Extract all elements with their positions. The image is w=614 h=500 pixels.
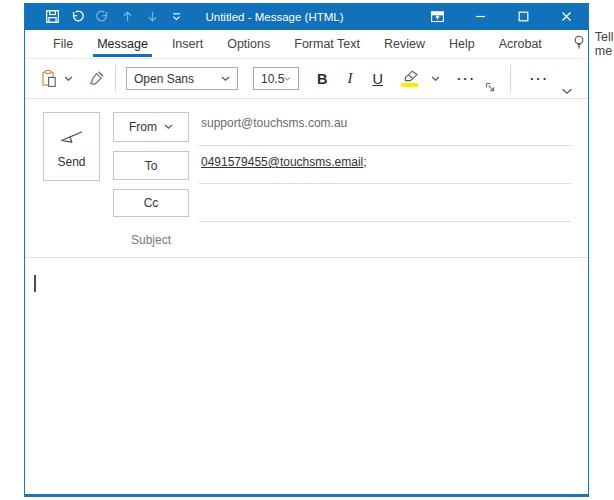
ribbon-separator <box>115 65 116 92</box>
arrow-down-icon[interactable] <box>145 9 160 24</box>
italic-button[interactable]: I <box>347 70 352 87</box>
tab-insert[interactable]: Insert <box>160 30 215 58</box>
paste-button[interactable] <box>40 69 58 88</box>
paste-dropdown-button[interactable] <box>64 76 73 82</box>
collapse-ribbon-button[interactable] <box>561 88 573 95</box>
text-cursor <box>34 275 36 292</box>
highlight-color-bar <box>401 83 418 87</box>
format-painter-icon <box>87 70 105 87</box>
close-icon <box>559 9 574 24</box>
undo-icon[interactable] <box>70 9 85 24</box>
ribbon: Open Sans 10.5 B I U ··· <box>25 59 588 99</box>
chevron-down-icon <box>164 124 173 130</box>
ribbon-separator <box>510 65 511 92</box>
to-field-line[interactable] <box>199 183 571 184</box>
tell-me-label: Tell me <box>595 30 614 58</box>
highlight-dropdown-button[interactable] <box>431 76 440 82</box>
compose-header: Send From To Cc Subject support@touchsms… <box>25 99 588 258</box>
format-painter-button[interactable] <box>87 70 105 87</box>
tab-acrobat[interactable]: Acrobat <box>487 30 554 58</box>
message-body[interactable] <box>25 258 588 494</box>
font-name-combo[interactable]: Open Sans <box>126 67 238 90</box>
more-font-commands-button[interactable]: ··· <box>457 71 476 86</box>
from-button-label: From <box>129 120 157 134</box>
tab-file[interactable]: File <box>41 30 85 58</box>
customize-quick-access-icon[interactable] <box>170 10 183 23</box>
more-commands-button[interactable]: ··· <box>530 71 549 86</box>
text-highlight-button[interactable] <box>401 70 419 87</box>
dialog-launcher-icon <box>485 82 496 93</box>
minimize-button[interactable] <box>459 3 502 30</box>
bold-button[interactable]: B <box>317 71 327 87</box>
ribbon-display-options-icon <box>430 10 445 24</box>
to-button-label: To <box>145 159 158 173</box>
to-button[interactable]: To <box>113 151 189 180</box>
from-button[interactable]: From <box>113 112 189 142</box>
chevron-down-icon <box>431 76 440 82</box>
highlighter-icon <box>401 70 419 82</box>
send-button-label: Send <box>57 155 85 169</box>
send-plane-icon <box>58 124 85 146</box>
window-controls <box>416 3 588 30</box>
redo-icon[interactable] <box>95 9 110 24</box>
tab-help[interactable]: Help <box>437 30 487 58</box>
recipient-separator: ; <box>363 155 366 169</box>
from-field-value[interactable]: support@touchsms.com.au <box>201 116 347 130</box>
minimize-icon <box>473 9 488 24</box>
quick-access-toolbar <box>25 9 183 24</box>
tab-options[interactable]: Options <box>215 30 282 58</box>
ribbon-display-options-button[interactable] <box>416 3 459 30</box>
chevron-down-icon <box>221 76 230 82</box>
lightbulb-icon <box>572 34 586 54</box>
recipient-address-link[interactable]: 0491579455@touchsms.email <box>201 155 363 169</box>
maximize-button[interactable] <box>502 3 545 30</box>
cc-button-label: Cc <box>144 196 159 210</box>
cc-button[interactable]: Cc <box>113 189 189 217</box>
font-name-value: Open Sans <box>134 72 194 86</box>
underline-button[interactable]: U <box>372 71 382 87</box>
paste-icon <box>40 69 58 88</box>
font-dialog-launcher-button[interactable] <box>485 82 496 93</box>
chevron-down-icon <box>561 88 573 95</box>
from-field-line[interactable] <box>199 145 571 146</box>
ribbon-tab-bar: File Message Insert Options Format Text … <box>25 30 588 59</box>
maximize-icon <box>516 9 531 24</box>
subject-label: Subject <box>113 233 189 247</box>
outlook-message-window: Untitled - Message (HTML) <box>24 3 589 497</box>
font-size-combo[interactable]: 10.5 <box>253 67 299 90</box>
tab-review[interactable]: Review <box>372 30 437 58</box>
arrow-up-icon[interactable] <box>120 9 135 24</box>
chevron-down-icon <box>284 76 291 82</box>
titlebar: Untitled - Message (HTML) <box>25 3 588 30</box>
tell-me-box[interactable]: Tell me <box>562 30 614 58</box>
window-title: Untitled - Message (HTML) <box>205 11 343 23</box>
tab-format-text[interactable]: Format Text <box>282 30 372 58</box>
tab-message[interactable]: Message <box>85 30 160 58</box>
cc-field-line[interactable] <box>199 221 571 222</box>
send-button[interactable]: Send <box>43 112 100 181</box>
to-field-value[interactable]: 0491579455@touchsms.email; <box>201 155 367 169</box>
chevron-down-icon <box>64 76 73 82</box>
close-button[interactable] <box>545 3 588 30</box>
font-size-value: 10.5 <box>261 72 284 86</box>
save-icon[interactable] <box>45 9 60 24</box>
